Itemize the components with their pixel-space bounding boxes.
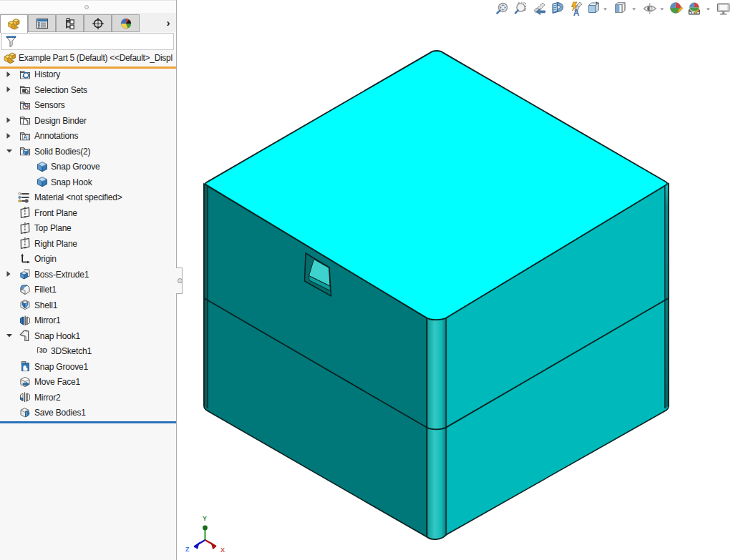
- svg-text:Z: Z: [185, 546, 190, 553]
- svg-text:X: X: [220, 546, 225, 554]
- svg-text:A: A: [573, 8, 580, 18]
- svg-text:Y: Y: [203, 515, 207, 522]
